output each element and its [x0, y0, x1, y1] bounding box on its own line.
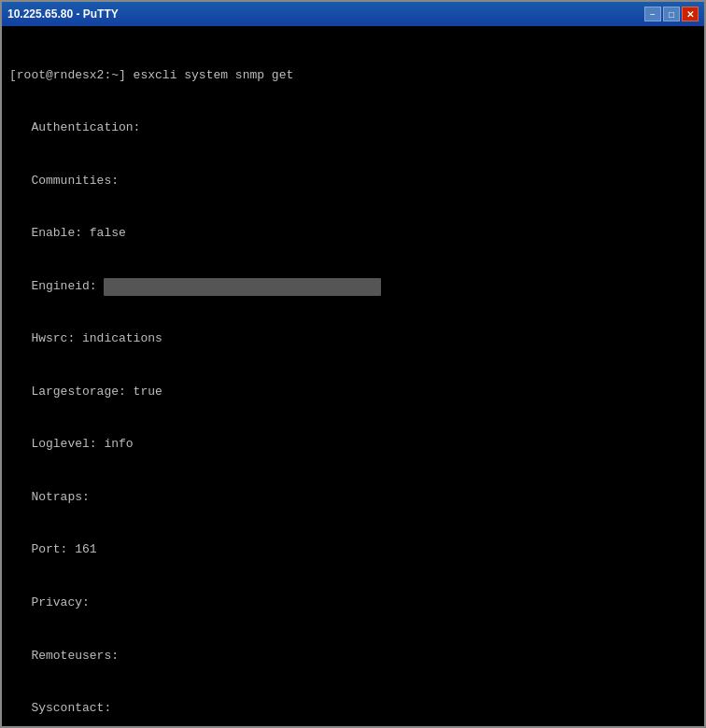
- output-notraps-1: Notraps:: [9, 489, 697, 507]
- output-hwsrc-1: Hwsrc: indications: [9, 330, 697, 348]
- terminal-area[interactable]: [root@rndesx2:~] esxcli system snmp get …: [2, 26, 704, 726]
- window-controls: − □ ✕: [644, 7, 699, 21]
- output-syscontact-1: Syscontact:: [9, 700, 697, 718]
- output-port-1: Port: 161: [9, 541, 697, 559]
- output-remoteusers-1: Remoteusers:: [9, 648, 697, 665]
- maximize-button[interactable]: □: [663, 7, 680, 21]
- output-communities-1: Communities:: [9, 173, 697, 190]
- title-bar: 10.225.65.80 - PuTTY − □ ✕: [2, 2, 704, 26]
- output-enable-1: Enable: false: [9, 225, 697, 243]
- close-button[interactable]: ✕: [682, 7, 699, 21]
- command-line-1: [root@rndesx2:~] esxcli system snmp get: [9, 67, 697, 85]
- output-largestorage-1: Largestorage: true: [9, 384, 697, 401]
- output-privacy-1: Privacy:: [9, 595, 697, 612]
- output-engineid-1: Engineid:: [9, 278, 697, 296]
- window-title: 10.225.65.80 - PuTTY: [7, 7, 119, 21]
- putty-window: 10.225.65.80 - PuTTY − □ ✕ [root@rndesx2…: [0, 0, 706, 728]
- output-authentication-1: Authentication:: [9, 119, 697, 137]
- minimize-button[interactable]: −: [644, 7, 661, 21]
- redacted-engineid-1: [104, 278, 380, 296]
- output-loglevel-1: Loglevel: info: [9, 436, 697, 454]
